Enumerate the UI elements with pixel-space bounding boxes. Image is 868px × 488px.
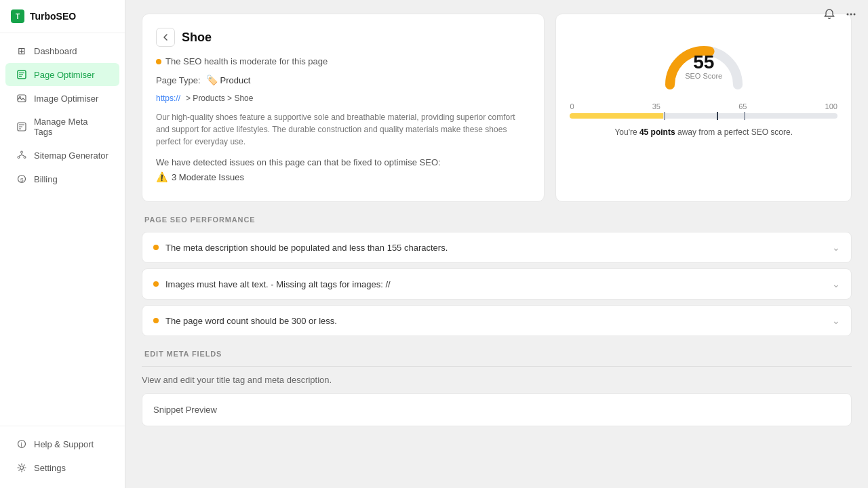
cards-row: Shoe The SEO health is moderate for this…: [142, 14, 852, 202]
settings-icon: [16, 462, 27, 473]
seo-score-value: 55: [685, 53, 722, 72]
tag-icon: 🏷️: [206, 75, 218, 85]
svg-point-11: [18, 157, 20, 159]
sidebar-item-help-support[interactable]: i Help & Support: [5, 432, 119, 455]
sidebar-item-settings[interactable]: Settings: [5, 456, 119, 479]
scale-container: 0 35 65 100: [570, 102, 837, 119]
page-type-label: Page Type:: [156, 75, 201, 85]
page-type-badge: 🏷️ Product: [206, 75, 251, 85]
page-optimiser-icon: [16, 69, 27, 80]
scale-labels: 0 35 65 100: [570, 102, 837, 110]
sidebar: T TurboSEO ⊞ Dashboard Page Optimiser: [0, 0, 125, 488]
meta-section-label: EDIT META FIELDS: [142, 350, 852, 358]
meta-description-text: View and edit your title tag and meta de…: [142, 375, 852, 385]
svg-text:i: i: [21, 441, 22, 448]
page-info-card: Shoe The SEO health is moderate for this…: [142, 14, 545, 202]
scale-bar: [570, 113, 837, 119]
svg-line-15: [22, 155, 25, 157]
sidebar-item-label: Billing: [34, 174, 58, 184]
sidebar-item-label: Manage Meta Tags: [34, 117, 108, 137]
snippet-card: Snippet Preview: [142, 393, 852, 426]
main-content: Shoe The SEO health is moderate for this…: [125, 0, 868, 488]
perf-dot-2: [153, 318, 159, 323]
svg-point-20: [20, 466, 24, 470]
perf-item-left-2: The page word count should be 300 or les…: [153, 316, 337, 326]
gauge-center: 55 SEO Score: [685, 53, 722, 80]
svg-point-21: [847, 14, 849, 16]
svg-text:$: $: [20, 177, 24, 183]
sidebar-nav: ⊞ Dashboard Page Optimiser: [0, 33, 125, 426]
page-description: Our high-quality shoes feature a support…: [156, 111, 530, 148]
card-header: Shoe: [156, 28, 530, 47]
chevron-down-icon-0: ⌄: [832, 242, 840, 253]
scale-35: 35: [652, 102, 660, 110]
sidebar-item-label: Sitemap Generator: [34, 150, 108, 161]
scale-65: 65: [738, 102, 747, 110]
page-type-value: Product: [220, 75, 251, 85]
meta-section: EDIT META FIELDS View and edit your titl…: [142, 350, 852, 426]
scale-marker-35: [664, 112, 665, 120]
performance-section-label: PAGE SEO PERFORMANCE: [142, 216, 852, 224]
perf-item-0[interactable]: The meta description should be populated…: [142, 232, 852, 263]
issues-badge: ⚠️ 3 Moderate Issues: [156, 171, 530, 182]
sidebar-item-label: Help & Support: [34, 439, 94, 449]
sidebar-item-manage-meta-tags[interactable]: Manage Meta Tags: [5, 110, 119, 143]
perf-text-0: The meta description should be populated…: [165, 243, 448, 253]
dashboard-icon: ⊞: [16, 45, 27, 56]
sidebar-item-dashboard[interactable]: ⊞ Dashboard: [5, 39, 119, 62]
chevron-down-icon-1: ⌄: [832, 279, 840, 289]
back-button[interactable]: [156, 28, 175, 47]
more-options-icon[interactable]: [845, 8, 857, 23]
top-bar: [812, 0, 868, 31]
scale-100: 100: [825, 102, 837, 110]
issues-intro: We have detected issues on this page can…: [156, 157, 530, 167]
meta-tags-icon: [16, 121, 27, 132]
issues-count: 3 Moderate Issues: [172, 172, 244, 182]
image-optimiser-icon: [16, 93, 27, 104]
breadcrumb: > Products > Shoe: [186, 94, 253, 103]
svg-point-12: [24, 157, 26, 159]
svg-point-23: [854, 14, 856, 16]
sidebar-item-label: Settings: [34, 463, 66, 473]
sidebar-item-image-optimiser[interactable]: Image Optimiser: [5, 87, 119, 110]
perf-item-2[interactable]: The page word count should be 300 or les…: [142, 305, 852, 336]
gauge-container: 55 SEO Score: [660, 30, 748, 92]
scale-marker-65: [744, 112, 745, 120]
scale-bar-wrapper: [570, 113, 837, 119]
perf-item-left-1: Images must have alt text. - Missing alt…: [153, 279, 391, 289]
sidebar-item-label: Dashboard: [34, 46, 77, 56]
sitemap-icon: [16, 150, 27, 161]
url-row: https:// > Products > Shoe: [156, 94, 530, 103]
sidebar-item-page-optimiser[interactable]: Page Optimiser: [5, 63, 119, 86]
warning-icon: ⚠️: [156, 171, 167, 182]
snippet-title: Snippet Preview: [153, 405, 217, 415]
page-title: Shoe: [182, 30, 212, 45]
sidebar-item-label: Image Optimiser: [34, 94, 98, 104]
notification-icon[interactable]: [823, 8, 835, 23]
away-points: 45 points: [639, 127, 675, 137]
performance-list: The meta description should be populated…: [142, 232, 852, 336]
divider: [142, 366, 852, 367]
logo-icon: T: [11, 9, 24, 23]
perf-item-left-0: The meta description should be populated…: [153, 243, 448, 253]
scale-marker: [717, 112, 718, 120]
sidebar-item-billing[interactable]: $ Billing: [5, 167, 119, 190]
perf-item-1[interactable]: Images must have alt text. - Missing alt…: [142, 268, 852, 300]
sidebar-item-sitemap-generator[interactable]: Sitemap Generator: [5, 144, 119, 167]
seo-score-card: 55 SEO Score 0 35 65 100: [555, 14, 852, 202]
seo-score-label: SEO Score: [685, 72, 722, 80]
page-url: https://: [156, 94, 180, 103]
perf-dot-0: [153, 245, 159, 250]
perf-text-2: The page word count should be 300 or les…: [165, 316, 337, 326]
perf-dot-1: [153, 281, 159, 287]
help-icon: i: [16, 439, 27, 449]
sidebar-header: T TurboSEO: [0, 0, 125, 33]
health-text: The SEO health is moderate for this page: [165, 56, 328, 66]
perf-text-1: Images must have alt text. - Missing alt…: [165, 279, 391, 289]
scale-0: 0: [570, 102, 574, 110]
sidebar-item-label: Page Optimiser: [34, 70, 95, 80]
app-name: TurboSEO: [30, 11, 76, 22]
seo-away-text: You're 45 points away from a perfect SEO…: [614, 127, 793, 138]
svg-line-14: [19, 155, 22, 157]
health-indicator: The SEO health is moderate for this page: [156, 56, 530, 66]
